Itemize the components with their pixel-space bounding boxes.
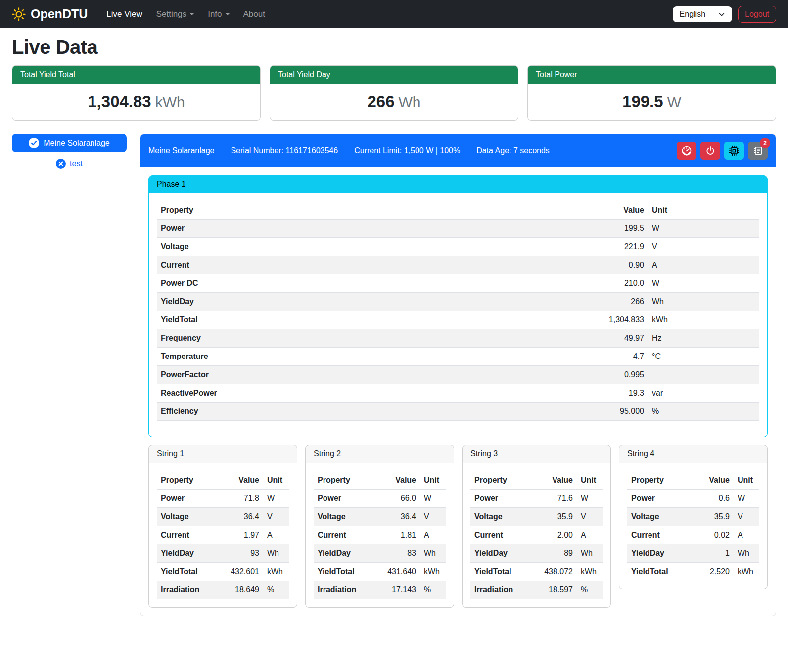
- column-header: Property: [157, 201, 599, 220]
- string-title: String 1: [149, 445, 297, 463]
- total-power-unit: W: [667, 94, 681, 110]
- check-circle-icon: [29, 138, 39, 148]
- navbar-right: English Logout: [673, 6, 776, 23]
- inverter-serial: Serial Number: 116171603546: [231, 146, 338, 155]
- string-2-table: PropertyValueUnit Power66.0WVoltage36.4V…: [314, 471, 446, 599]
- card-title: Total Yield Total: [12, 66, 260, 84]
- sidebar-item-label: test: [70, 159, 83, 168]
- total-yield-total-value: 1,304.83: [88, 92, 151, 111]
- inverter-sidebar: Meine Solaranlage test: [12, 134, 127, 169]
- total-power-card: Total Power 199.5W: [527, 65, 776, 121]
- table-row: YieldTotal1,304.833kWh: [157, 311, 759, 329]
- limit-settings-button[interactable]: [677, 142, 696, 160]
- nav-item-settings[interactable]: Settings: [149, 5, 201, 23]
- string-title: String 2: [306, 445, 454, 463]
- table-header-row: PropertyValueUnit: [627, 471, 759, 490]
- inverter-card: Meine Solaranlage Serial Number: 1161716…: [140, 134, 776, 616]
- nav-item-about[interactable]: About: [236, 5, 272, 23]
- brand-label: OpenDTU: [31, 7, 88, 21]
- nav-links: Live View Settings Info About: [99, 5, 272, 23]
- event-count-badge: 2: [760, 138, 770, 148]
- page-content: Live Data Total Yield Total 1,304.83kWh …: [0, 28, 788, 622]
- column-header: Unit: [263, 471, 289, 490]
- column-header: Value: [536, 471, 577, 490]
- column-header: Property: [470, 471, 536, 490]
- column-header: Unit: [577, 471, 603, 490]
- table-header-row: PropertyValueUnit: [157, 471, 289, 490]
- sidebar-item-test[interactable]: test: [12, 159, 127, 169]
- table-header-row: PropertyValueUnit: [314, 471, 446, 490]
- table-row: Power71.6W: [470, 490, 603, 508]
- table-row: YieldTotal2.520kWh: [627, 563, 759, 581]
- table-row: Current1.97A: [157, 526, 289, 544]
- app-brand[interactable]: OpenDTU: [12, 7, 88, 21]
- x-circle-icon[interactable]: [56, 159, 66, 169]
- language-value: English: [680, 10, 705, 19]
- column-header: Value: [693, 471, 734, 490]
- language-select[interactable]: English: [673, 6, 732, 22]
- column-header: Unit: [648, 201, 759, 220]
- string-4-table: PropertyValueUnit Power0.6WVoltage35.9VC…: [627, 471, 759, 581]
- column-header: Property: [157, 471, 223, 490]
- table-row: Power DC210.0W: [157, 274, 759, 293]
- speedometer-icon: [681, 145, 692, 156]
- table-row: Current0.90A: [157, 256, 759, 274]
- event-log-button[interactable]: 2: [748, 142, 768, 160]
- table-row: Efficiency95.000%: [157, 403, 759, 421]
- power-toggle-button[interactable]: [700, 142, 720, 160]
- table-row: YieldDay89Wh: [470, 544, 603, 563]
- total-yield-total-card: Total Yield Total 1,304.83kWh: [12, 65, 261, 121]
- string-3-card: String 3 PropertyValueUnit Power71.6WVol…: [462, 445, 611, 608]
- table-row: Voltage36.4V: [157, 508, 289, 526]
- sidebar-item-meine-solaranlage[interactable]: Meine Solaranlage: [12, 134, 127, 152]
- journal-icon: [753, 146, 763, 156]
- table-row: YieldTotal438.072kWh: [470, 563, 603, 581]
- total-yield-day-card: Total Yield Day 266Wh: [270, 65, 518, 121]
- table-row: Voltage221.9V: [157, 238, 759, 256]
- logout-button[interactable]: Logout: [738, 6, 776, 23]
- page-title: Live Data: [12, 36, 776, 58]
- table-row: Power199.5W: [157, 220, 759, 238]
- total-yield-day-value: 266: [367, 92, 394, 111]
- phase-title: Phase 1: [149, 176, 767, 193]
- top-navbar: OpenDTU Live View Settings Info About En…: [0, 0, 788, 28]
- table-row: Voltage35.9V: [470, 508, 603, 526]
- nav-item-info[interactable]: Info: [201, 5, 236, 23]
- column-header: Value: [223, 471, 263, 490]
- string-3-table: PropertyValueUnit Power71.6WVoltage35.9V…: [470, 471, 603, 599]
- main-row: Meine Solaranlage test Meine Solaranlage…: [12, 134, 776, 616]
- table-row: YieldDay83Wh: [314, 544, 446, 563]
- table-row: Irradiation17.143%: [314, 581, 446, 599]
- summary-cards-row: Total Yield Total 1,304.83kWh Total Yiel…: [12, 65, 776, 121]
- table-row: YieldDay93Wh: [157, 544, 289, 563]
- table-row: Power66.0W: [314, 490, 446, 508]
- string-2-card: String 2 PropertyValueUnit Power66.0WVol…: [305, 445, 454, 608]
- table-row: Temperature4.7°C: [157, 348, 759, 366]
- column-header: Property: [314, 471, 379, 490]
- inverter-data-age: Data Age: 7 seconds: [476, 146, 550, 155]
- string-1-table: PropertyValueUnit Power71.8WVoltage36.4V…: [157, 471, 289, 599]
- sidebar-item-label: Meine Solaranlage: [44, 139, 109, 148]
- nav-item-live-view[interactable]: Live View: [99, 5, 149, 23]
- inverter-toolbar: 2: [677, 142, 768, 160]
- table-row: Current2.00A: [470, 526, 603, 544]
- table-row: Irradiation18.597%: [470, 581, 603, 599]
- table-row: YieldDay1Wh: [627, 544, 759, 563]
- power-icon: [705, 146, 715, 156]
- table-row: ReactivePower19.3var: [157, 384, 759, 403]
- column-header: Unit: [420, 471, 446, 490]
- table-row: Power0.6W: [627, 490, 759, 508]
- device-info-button[interactable]: [724, 142, 744, 160]
- inverter-header: Meine Solaranlage Serial Number: 1161716…: [140, 134, 776, 167]
- sun-icon: [12, 7, 26, 21]
- total-yield-day-unit: Wh: [399, 94, 421, 110]
- table-header-row: PropertyValueUnit: [470, 471, 603, 490]
- phase-1-panel: Phase 1 PropertyValueUnit Power199.5WVol…: [148, 175, 768, 437]
- string-title: String 4: [619, 445, 767, 463]
- inverter-name: Meine Solaranlage: [148, 146, 214, 155]
- strings-row: String 1 PropertyValueUnit Power71.8WVol…: [148, 445, 768, 608]
- table-row: Current1.81A: [314, 526, 446, 544]
- table-row: Current0.02A: [627, 526, 759, 544]
- column-header: Value: [599, 201, 648, 220]
- chevron-down-icon: [190, 13, 194, 15]
